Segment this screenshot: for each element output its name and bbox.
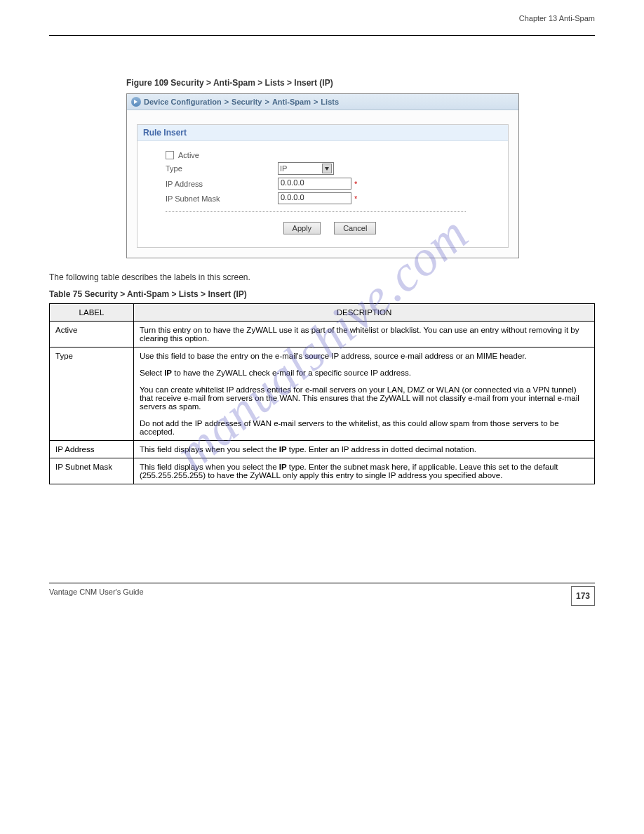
rule-insert-panel: Rule Insert Active Type IP IP Ad — [137, 124, 509, 248]
breadcrumb-sep: > — [224, 98, 229, 106]
chevron-down-icon[interactable] — [322, 164, 332, 173]
cell-description: This field displays when you select the … — [134, 441, 595, 458]
type-select-value: IP — [280, 164, 287, 173]
th-label: LABEL — [50, 304, 134, 322]
breadcrumb-part: Security — [232, 98, 262, 106]
active-label: Active — [178, 151, 199, 159]
separator — [166, 211, 466, 212]
header-rule — [49, 35, 595, 36]
embedded-screenshot: Device Configuration > Security > Anti-S… — [126, 93, 519, 258]
cell-label: Active — [50, 322, 134, 348]
table-row: IP AddressThis field displays when you s… — [50, 441, 595, 458]
table-caption: Table 75 Security > Anti-Spam > Lists > … — [49, 289, 595, 299]
breadcrumb-part: Anti-Spam — [272, 98, 311, 106]
th-description: DESCRIPTION — [134, 304, 595, 322]
required-marker: * — [354, 194, 357, 203]
description-table: LABEL DESCRIPTION ActiveTurn this entry … — [49, 303, 595, 484]
breadcrumb-part: Device Configuration — [144, 98, 222, 106]
table-row: TypeUse this field to base the entry on … — [50, 348, 595, 441]
cell-description: Turn this entry on to have the ZyWALL us… — [134, 322, 595, 348]
ip-address-input[interactable]: 0.0.0.0 — [278, 178, 351, 190]
ip-subnet-mask-label: IP Subnet Mask — [166, 194, 278, 203]
breadcrumb-part: Lists — [321, 98, 339, 106]
header-chapter: Chapter 13 Anti-Spam — [519, 14, 595, 22]
figure-caption: Figure 109 Security > Anti-Spam > Lists … — [126, 78, 595, 88]
cell-label: IP Subnet Mask — [50, 458, 134, 484]
ip-subnet-mask-input[interactable]: 0.0.0.0 — [278, 192, 351, 204]
breadcrumb-icon — [131, 97, 141, 107]
type-label: Type — [166, 164, 278, 173]
intro-paragraph: The following table describes the labels… — [49, 272, 595, 282]
cancel-button[interactable]: Cancel — [334, 222, 376, 234]
table-row: IP Subnet MaskThis field displays when y… — [50, 458, 595, 484]
breadcrumb-sep: > — [264, 98, 269, 106]
panel-title: Rule Insert — [137, 125, 508, 141]
breadcrumb-sep: > — [314, 98, 318, 106]
cell-label: Type — [50, 348, 134, 441]
ip-address-label: IP Address — [166, 180, 278, 188]
footer-title: Vantage CNM User's Guide — [49, 588, 144, 596]
breadcrumb: Device Configuration > Security > Anti-S… — [127, 94, 518, 110]
cell-description: Use this field to base the entry on the … — [134, 348, 595, 441]
cell-description: This field displays when you select the … — [134, 458, 595, 484]
required-marker: * — [354, 180, 357, 188]
page-footer: Vantage CNM User's Guide 173 — [49, 583, 595, 606]
page-number: 173 — [571, 586, 595, 606]
table-row: ActiveTurn this entry on to have the ZyW… — [50, 322, 595, 348]
cell-label: IP Address — [50, 441, 134, 458]
type-select[interactable]: IP — [278, 162, 334, 175]
apply-button[interactable]: Apply — [283, 222, 321, 234]
active-checkbox[interactable] — [166, 151, 174, 159]
